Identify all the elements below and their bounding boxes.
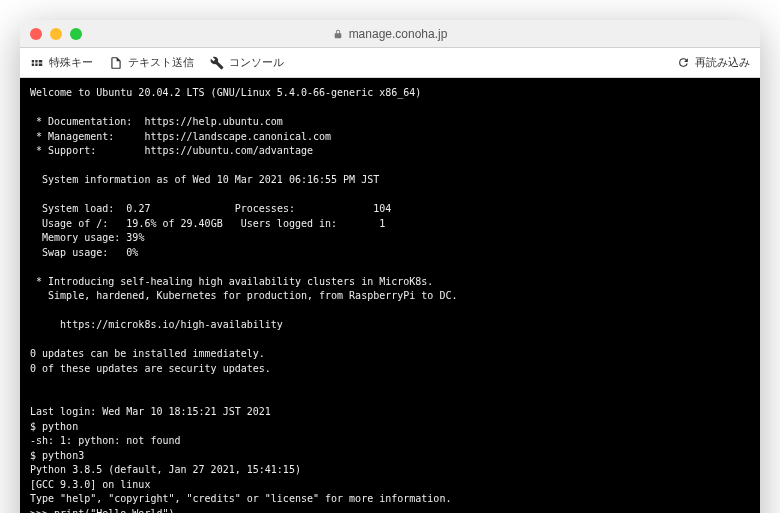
console-label: コンソール — [229, 55, 284, 70]
proc-val: 104 — [373, 203, 391, 214]
close-button[interactable] — [30, 28, 42, 40]
doc-label: * Documentation: — [30, 116, 132, 127]
mem-label: Memory usage: — [30, 232, 120, 243]
welcome-line: Welcome to Ubuntu 20.04.2 LTS (GNU/Linux… — [30, 87, 421, 98]
gcc-line: [GCC 9.3.0] on linux — [30, 479, 150, 490]
toolbar: 特殊キー テキスト送信 コンソール 再読み込み — [20, 48, 760, 78]
users-val: 1 — [379, 218, 385, 229]
updates-line1: 0 updates can be installed immediately. — [30, 348, 265, 359]
sysinfo-header: System information as of Wed 10 Mar 2021… — [30, 174, 379, 185]
special-keys-button[interactable]: 特殊キー — [30, 55, 93, 70]
microk8s-line2: Simple, hardened, Kubernetes for product… — [30, 290, 457, 301]
cmd-python: $ python — [30, 421, 78, 432]
window-titlebar: manage.conoha.jp — [20, 20, 760, 48]
load-val: 0.27 — [126, 203, 150, 214]
load-label: System load: — [30, 203, 114, 214]
toolbar-left: 特殊キー テキスト送信 コンソール — [30, 55, 284, 70]
tools-icon — [210, 56, 224, 70]
doc-url: https://help.ubuntu.com — [144, 116, 282, 127]
special-keys-label: 特殊キー — [49, 55, 93, 70]
mem-val: 39% — [126, 232, 144, 243]
lock-icon — [333, 29, 343, 39]
users-label: Users logged in: — [241, 218, 337, 229]
reload-button[interactable]: 再読み込み — [677, 55, 750, 70]
py-version: Python 3.8.5 (default, Jan 27 2021, 15:4… — [30, 464, 301, 475]
terminal-output[interactable]: Welcome to Ubuntu 20.04.2 LTS (GNU/Linux… — [20, 78, 760, 513]
microk8s-url: https://microk8s.io/high-availability — [30, 319, 283, 330]
proc-label: Processes: — [235, 203, 295, 214]
usage-val: 19.6% of 29.40GB — [126, 218, 222, 229]
sup-url: https://ubuntu.com/advantage — [144, 145, 313, 156]
mgmt-label: * Management: — [30, 131, 114, 142]
last-login: Last login: Wed Mar 10 18:15:21 JST 2021 — [30, 406, 271, 417]
updates-line2: 0 of these updates are security updates. — [30, 363, 271, 374]
py-print: >>> print("Hello World") — [30, 508, 175, 514]
reload-label: 再読み込み — [695, 55, 750, 70]
swap-label: Swap usage: — [30, 247, 108, 258]
reload-icon — [677, 56, 690, 69]
cmd-python3: $ python3 — [30, 450, 84, 461]
text-send-button[interactable]: テキスト送信 — [109, 55, 194, 70]
microk8s-line1: * Introducing self-healing high availabi… — [30, 276, 433, 287]
swap-val: 0% — [126, 247, 138, 258]
notfound: -sh: 1: python: not found — [30, 435, 181, 446]
sup-label: * Support: — [30, 145, 96, 156]
usage-label: Usage of /: — [30, 218, 108, 229]
address-bar: manage.conoha.jp — [30, 27, 750, 41]
mgmt-url: https://landscape.canonical.com — [144, 131, 331, 142]
document-icon — [109, 56, 123, 70]
console-button[interactable]: コンソール — [210, 55, 284, 70]
browser-window: manage.conoha.jp 特殊キー テキスト送信 コンソール 再読み込み… — [20, 20, 760, 513]
url-text: manage.conoha.jp — [349, 27, 448, 41]
py-help: Type "help", "copyright", "credits" or "… — [30, 493, 451, 504]
minimize-button[interactable] — [50, 28, 62, 40]
keyboard-icon — [30, 56, 44, 70]
text-send-label: テキスト送信 — [128, 55, 194, 70]
traffic-lights — [30, 28, 82, 40]
maximize-button[interactable] — [70, 28, 82, 40]
